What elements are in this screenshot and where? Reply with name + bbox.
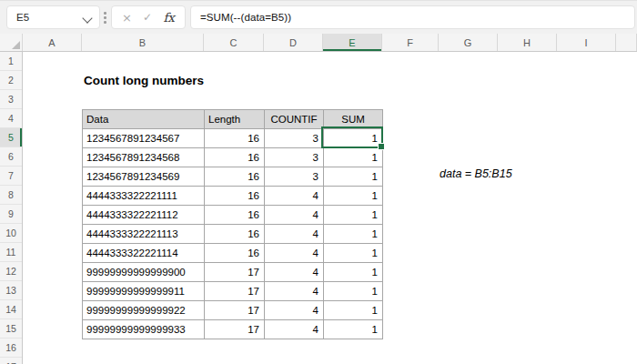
table-header-data[interactable]: Data	[83, 110, 205, 129]
data-table: Data Length COUNTIF SUM 1234567891234567…	[82, 109, 383, 339]
cell-B5[interactable]: 1234567891234567	[83, 129, 205, 148]
cell-B7[interactable]: 1234567891234569	[83, 167, 205, 187]
row-header-1[interactable]: 1	[0, 52, 22, 71]
column-header-row: A B C D E F G H I	[0, 34, 637, 52]
cell-C7[interactable]: 16	[205, 167, 265, 187]
table-row: 99999999999999933 17 4 1	[83, 320, 383, 339]
cell-B12[interactable]: 99999999999999900	[83, 263, 205, 282]
row-header-17[interactable]: 17	[0, 358, 22, 364]
cell-E6[interactable]: 1	[324, 148, 383, 167]
cell-E10[interactable]: 1	[324, 225, 383, 244]
table-row: 4444333322221112 16 4 1	[83, 206, 383, 225]
cell-D12[interactable]: 4	[265, 263, 324, 282]
row-header-14[interactable]: 14	[0, 300, 22, 319]
cancel-icon[interactable]: ×	[122, 11, 132, 25]
sheet-title: Count long numbers	[84, 74, 204, 87]
cell-C15[interactable]: 17	[205, 320, 265, 339]
cell-B10[interactable]: 4444333322221113	[83, 225, 205, 244]
cell-D11[interactable]: 4	[265, 244, 324, 263]
cell-E7[interactable]: 1	[324, 167, 383, 187]
table-row: 99999999999999911 17 4 1	[83, 282, 383, 301]
column-header-partial[interactable]	[616, 34, 637, 51]
column-header-H[interactable]: H	[498, 34, 557, 51]
cell-C6[interactable]: 16	[205, 148, 265, 167]
row-header-7[interactable]: 7	[0, 167, 22, 186]
cell-E11[interactable]: 1	[324, 244, 383, 263]
cell-B13[interactable]: 99999999999999911	[83, 282, 205, 301]
cell-D8[interactable]: 4	[265, 187, 324, 206]
cell-E5[interactable]: 1	[324, 129, 383, 148]
row-header-8[interactable]: 8	[0, 186, 22, 205]
table-header-sum[interactable]: SUM	[324, 110, 383, 129]
insert-function-icon[interactable]: fx	[163, 10, 175, 25]
column-header-B[interactable]: B	[82, 34, 204, 51]
cell-C13[interactable]: 17	[205, 282, 265, 301]
cell-D5[interactable]: 3	[265, 129, 324, 148]
cell-D9[interactable]: 4	[265, 206, 324, 225]
table-row: 99999999999999900 17 4 1	[83, 263, 383, 282]
cell-E15[interactable]: 1	[324, 320, 383, 339]
row-header-13[interactable]: 13	[0, 281, 22, 300]
table-header-countif[interactable]: COUNTIF	[265, 110, 324, 129]
cell-B9[interactable]: 4444333322221112	[83, 206, 205, 225]
row-header-2[interactable]: 2	[0, 71, 22, 90]
row-header-16[interactable]: 16	[0, 339, 22, 358]
column-header-A[interactable]: A	[23, 34, 82, 51]
cell-E13[interactable]: 1	[324, 282, 383, 301]
cell-B6[interactable]: 1234567891234568	[83, 148, 205, 167]
row-header-3[interactable]: 3	[0, 90, 22, 109]
row-header-5[interactable]: 5	[0, 128, 22, 147]
table-header-length[interactable]: Length	[205, 110, 265, 129]
cell-D7[interactable]: 3	[265, 167, 324, 187]
cell-B15[interactable]: 99999999999999933	[83, 320, 205, 339]
column-header-G[interactable]: G	[439, 34, 498, 51]
formula-bar: E5 × ✓ fx =SUM(--(data=B5))	[0, 0, 637, 34]
table-row: 4444333322221114 16 4 1	[83, 244, 383, 263]
row-header-12[interactable]: 12	[0, 262, 22, 281]
named-range-annotation: data = B5:B15	[440, 167, 512, 180]
row-header-6[interactable]: 6	[0, 147, 22, 167]
chevron-down-icon[interactable]	[82, 13, 92, 23]
cell-D6[interactable]: 3	[265, 148, 324, 167]
cell-C11[interactable]: 16	[205, 244, 265, 263]
column-header-F[interactable]: F	[382, 34, 439, 51]
cell-C14[interactable]: 17	[205, 301, 265, 320]
name-box[interactable]: E5	[6, 5, 100, 29]
formula-input[interactable]: =SUM(--(data=B5))	[190, 5, 635, 29]
table-header-row: Data Length COUNTIF SUM	[83, 110, 383, 129]
formula-text: =SUM(--(data=B5))	[191, 12, 291, 23]
cell-D15[interactable]: 4	[265, 320, 324, 339]
cell-D14[interactable]: 4	[265, 301, 324, 320]
cell-E9[interactable]: 1	[324, 206, 383, 225]
row-header-4[interactable]: 4	[0, 109, 22, 128]
cell-D13[interactable]: 4	[265, 282, 324, 301]
column-header-E[interactable]: E	[323, 34, 382, 51]
cell-E8[interactable]: 1	[324, 187, 383, 206]
cell-C12[interactable]: 17	[205, 263, 265, 282]
cell-E14[interactable]: 1	[324, 301, 383, 320]
row-header-9[interactable]: 9	[0, 205, 22, 224]
name-box-value: E5	[7, 12, 29, 23]
cell-B11[interactable]: 4444333322221114	[83, 244, 205, 263]
cell-E12[interactable]: 1	[324, 263, 383, 282]
table-row: 4444333322221113 16 4 1	[83, 225, 383, 244]
cell-C9[interactable]: 16	[205, 206, 265, 225]
cell-B8[interactable]: 4444333322221111	[83, 187, 205, 206]
fill-handle[interactable]	[378, 143, 385, 150]
cell-C10[interactable]: 16	[205, 225, 265, 244]
row-header-15[interactable]: 15	[0, 319, 22, 339]
cell-B14[interactable]: 99999999999999922	[83, 301, 205, 320]
row-header-11[interactable]: 11	[0, 243, 22, 262]
column-header-D[interactable]: D	[264, 34, 323, 51]
table-row: 1234567891234569 16 3 1	[83, 167, 383, 187]
table-row: 99999999999999922 17 4 1	[83, 301, 383, 320]
select-all-corner[interactable]	[0, 34, 23, 51]
enter-icon[interactable]: ✓	[143, 11, 152, 24]
column-header-I[interactable]: I	[557, 34, 616, 51]
cell-D10[interactable]: 4	[265, 225, 324, 244]
cell-C8[interactable]: 16	[205, 187, 265, 206]
row-header-column: 1 2 3 4 5 6 7 8 9 10 11 12 13 14 15 16 1…	[0, 52, 23, 364]
cell-C5[interactable]: 16	[205, 129, 265, 148]
column-header-C[interactable]: C	[204, 34, 264, 51]
row-header-10[interactable]: 10	[0, 224, 22, 243]
